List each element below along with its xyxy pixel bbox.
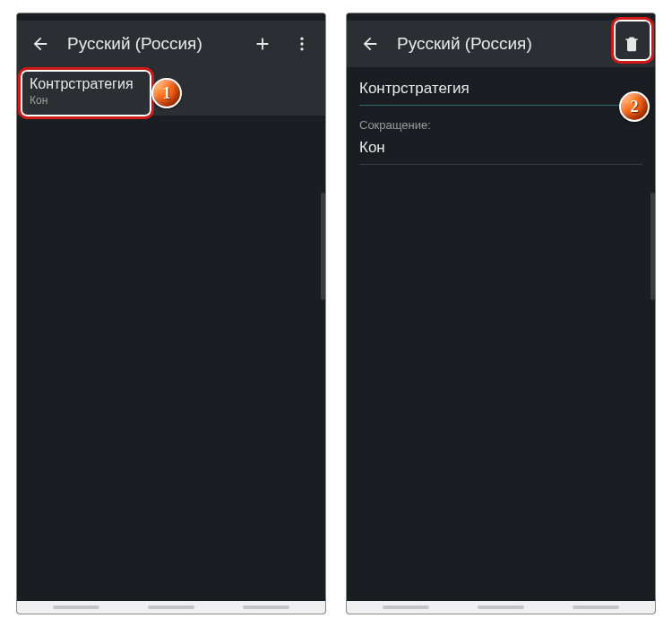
nav-pill	[243, 606, 289, 609]
shortcut-label: Сокращение:	[359, 118, 642, 132]
back-button[interactable]	[352, 26, 388, 62]
toolbar: Русский (Россия)	[347, 21, 655, 67]
plus-icon	[253, 34, 272, 54]
more-button[interactable]	[284, 26, 320, 62]
content-area: Контрстратегия Кон	[17, 67, 325, 601]
phone-left: Русский (Россия) Контрстратегия Кон 1	[16, 13, 326, 614]
edit-form: Контрстратегия Сокращение: Кон	[347, 67, 655, 165]
toolbar-title: Русский (Россия)	[392, 34, 610, 54]
nav-pill	[53, 606, 99, 609]
word-field: Контрстратегия	[359, 74, 642, 106]
toolbar-title: Русский (Россия)	[62, 34, 241, 54]
add-button[interactable]	[245, 26, 280, 62]
shortcut-field: Сокращение: Кон	[359, 118, 642, 165]
arrow-back-icon	[360, 34, 380, 54]
scroll-indicator	[321, 193, 325, 300]
svg-point-2	[300, 47, 303, 50]
android-nav-bar	[347, 601, 655, 614]
svg-point-1	[300, 42, 303, 45]
back-button[interactable]	[22, 26, 58, 62]
entry-word: Контрстратегия	[30, 76, 313, 92]
more-vert-icon	[293, 35, 311, 53]
scroll-indicator	[650, 193, 655, 300]
nav-pill	[573, 606, 619, 609]
svg-point-0	[300, 38, 303, 40]
status-bar	[347, 13, 655, 21]
nav-pill	[478, 606, 524, 609]
delete-button[interactable]	[614, 26, 650, 62]
nav-pill	[383, 606, 429, 609]
nav-pill	[148, 606, 194, 609]
content-area: Контрстратегия Сокращение: Кон	[347, 67, 655, 601]
arrow-back-icon	[30, 34, 50, 54]
dictionary-entry-row[interactable]: Контрстратегия Кон	[17, 67, 325, 116]
phone-right: Русский (Россия) Контрстратегия Сокращен…	[346, 13, 656, 614]
status-bar	[17, 13, 325, 21]
word-input[interactable]: Контрстратегия	[359, 74, 642, 106]
toolbar: Русский (Россия)	[17, 21, 325, 67]
android-nav-bar	[17, 601, 325, 614]
entry-shortcut: Кон	[30, 94, 313, 107]
trash-icon	[623, 35, 641, 53]
shortcut-input[interactable]: Кон	[359, 133, 642, 165]
